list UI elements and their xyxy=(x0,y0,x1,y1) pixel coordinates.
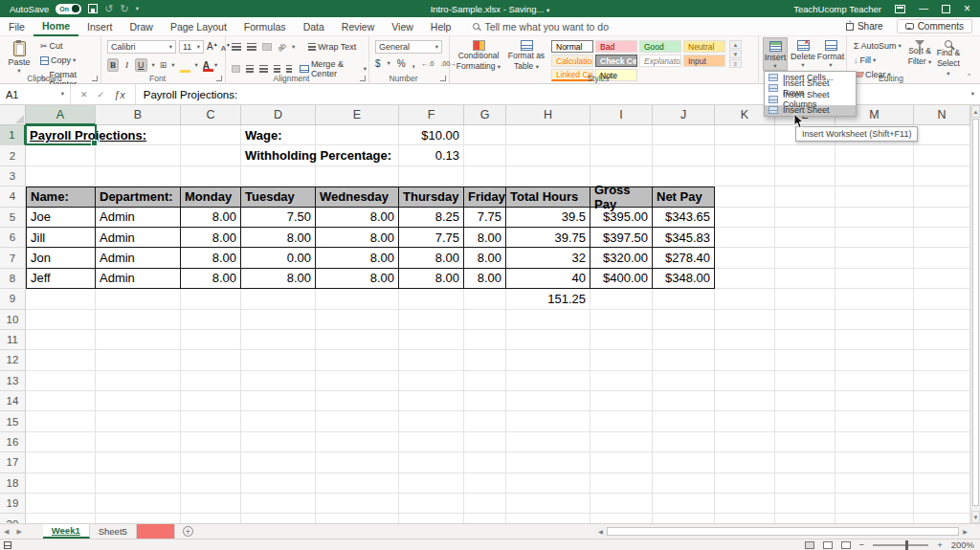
cell-K11[interactable] xyxy=(715,330,775,350)
cell-J8[interactable]: $348.00 xyxy=(653,269,715,289)
cell-D3[interactable] xyxy=(241,166,316,187)
cell-I4[interactable]: Gross Pay xyxy=(590,187,653,207)
cell-K14[interactable] xyxy=(715,391,775,411)
cell-N7[interactable] xyxy=(914,248,970,268)
conditional-formatting-button[interactable]: Conditional Formatting ▾ xyxy=(454,37,503,72)
cell-J12[interactable] xyxy=(653,350,715,370)
close-button[interactable]: × xyxy=(964,3,970,14)
insert-function-icon[interactable]: ƒx xyxy=(114,89,125,100)
align-left-icon[interactable] xyxy=(232,65,240,73)
cell-L10[interactable] xyxy=(775,310,835,330)
sort-filter-button[interactable]: Sort & Filter ▾ xyxy=(906,37,933,67)
vertical-scroll-thumb[interactable] xyxy=(972,119,979,506)
minimize-button[interactable]: — xyxy=(919,4,928,13)
cell-B14[interactable] xyxy=(96,391,181,411)
cell-A11[interactable] xyxy=(26,330,96,350)
cell-L2[interactable] xyxy=(775,145,835,165)
row-header-14[interactable]: 14 xyxy=(0,391,26,411)
row-header-20[interactable]: 20 xyxy=(0,514,26,523)
cell-L18[interactable] xyxy=(775,473,835,494)
cell-G16[interactable] xyxy=(464,432,506,452)
prev-sheet-icon[interactable]: ◀ xyxy=(0,528,12,536)
cell-B19[interactable] xyxy=(96,494,181,514)
cell-A5[interactable]: Joe xyxy=(26,208,96,228)
cell-G10[interactable] xyxy=(464,310,506,330)
cell-J9[interactable] xyxy=(653,289,715,309)
comments-button[interactable]: Comments xyxy=(897,19,972,33)
cell-N8[interactable] xyxy=(914,269,970,289)
menu-tab-page-layout[interactable]: Page Layout xyxy=(162,18,235,35)
gallery-more-icon[interactable]: ≡ xyxy=(729,59,742,68)
cell-B9[interactable] xyxy=(96,289,181,309)
ribbon-display-options-icon[interactable] xyxy=(895,5,905,13)
cell-G6[interactable]: 8.00 xyxy=(464,228,506,248)
cell-A4[interactable]: Name: xyxy=(26,187,96,207)
row-header-4[interactable]: 4 xyxy=(0,187,26,207)
cell-A2[interactable] xyxy=(26,145,96,165)
cell-F16[interactable] xyxy=(399,432,464,452)
redo-icon[interactable]: ↻ xyxy=(120,4,128,14)
save-icon[interactable] xyxy=(88,4,98,13)
cell-G3[interactable] xyxy=(464,166,506,187)
menu-tab-review[interactable]: Review xyxy=(333,18,383,35)
cell-L9[interactable] xyxy=(775,289,835,309)
column-header-G[interactable]: G xyxy=(464,105,506,125)
number-dialog-launcher[interactable] xyxy=(440,76,446,81)
cell-H3[interactable] xyxy=(506,166,590,187)
cell-L20[interactable] xyxy=(775,514,835,523)
style-neutral[interactable]: Neutral xyxy=(683,40,725,53)
cell-M13[interactable] xyxy=(835,371,914,391)
cell-C1[interactable] xyxy=(181,125,241,145)
cell-E4[interactable]: Wednesday xyxy=(316,187,399,207)
cell-M17[interactable] xyxy=(835,452,914,473)
cell-B20[interactable] xyxy=(96,514,181,523)
row-header-15[interactable]: 15 xyxy=(0,411,26,431)
cell-K16[interactable] xyxy=(715,432,775,452)
cell-F13[interactable] xyxy=(399,371,464,391)
cell-F11[interactable] xyxy=(399,330,464,350)
cell-B8[interactable]: Admin xyxy=(96,269,181,289)
cell-D6[interactable]: 8.00 xyxy=(241,228,316,248)
cell-B16[interactable] xyxy=(96,432,181,452)
align-top-icon[interactable] xyxy=(232,43,241,51)
vertical-scrollbar[interactable]: ▲ ▼ xyxy=(970,105,980,523)
cell-E1[interactable] xyxy=(316,125,399,145)
accounting-format-icon[interactable]: $ xyxy=(375,58,381,69)
cell-N5[interactable] xyxy=(914,208,970,228)
cell-B10[interactable] xyxy=(96,310,181,330)
row-header-11[interactable]: 11 xyxy=(0,330,26,350)
cell-I16[interactable] xyxy=(590,432,653,452)
cell-G18[interactable] xyxy=(464,473,506,494)
cell-I1[interactable] xyxy=(590,125,653,145)
row-header-9[interactable]: 9 xyxy=(0,289,26,309)
scroll-up-icon[interactable]: ▲ xyxy=(971,105,980,118)
format-as-table-button[interactable]: Format as Table ▾ xyxy=(505,37,547,72)
cell-E13[interactable] xyxy=(316,371,399,391)
align-bottom-icon[interactable] xyxy=(262,43,272,51)
qat-customize-icon[interactable]: ▾ xyxy=(136,6,139,12)
percent-style-icon[interactable]: % xyxy=(397,58,406,69)
undo-icon[interactable]: ↺ xyxy=(104,4,113,14)
cell-M3[interactable] xyxy=(835,166,914,187)
row-header-3[interactable]: 3 xyxy=(0,166,26,187)
cell-B6[interactable]: Admin xyxy=(96,228,181,248)
cell-L7[interactable] xyxy=(775,248,835,268)
cell-K3[interactable] xyxy=(715,166,775,187)
cell-J3[interactable] xyxy=(653,166,715,187)
cell-F8[interactable]: 8.00 xyxy=(399,269,464,289)
cell-E8[interactable]: 8.00 xyxy=(316,269,399,289)
cell-I10[interactable] xyxy=(590,310,653,330)
cell-F14[interactable] xyxy=(399,391,464,411)
column-header-E[interactable]: E xyxy=(316,105,399,125)
menu-tab-data[interactable]: Data xyxy=(295,18,333,35)
cell-E14[interactable] xyxy=(316,391,399,411)
menu-tab-formulas[interactable]: Formulas xyxy=(235,18,295,35)
menu-tab-insert[interactable]: Insert xyxy=(78,18,121,35)
font-color-icon[interactable]: A xyxy=(203,60,210,71)
cell-H15[interactable] xyxy=(506,411,590,431)
enter-icon[interactable]: ✓ xyxy=(98,90,105,99)
cell-L11[interactable] xyxy=(775,330,835,350)
grow-font-icon[interactable]: A▲ xyxy=(207,41,218,52)
cell-F2[interactable]: 0.13 xyxy=(399,145,464,165)
cell-G1[interactable] xyxy=(464,125,506,145)
